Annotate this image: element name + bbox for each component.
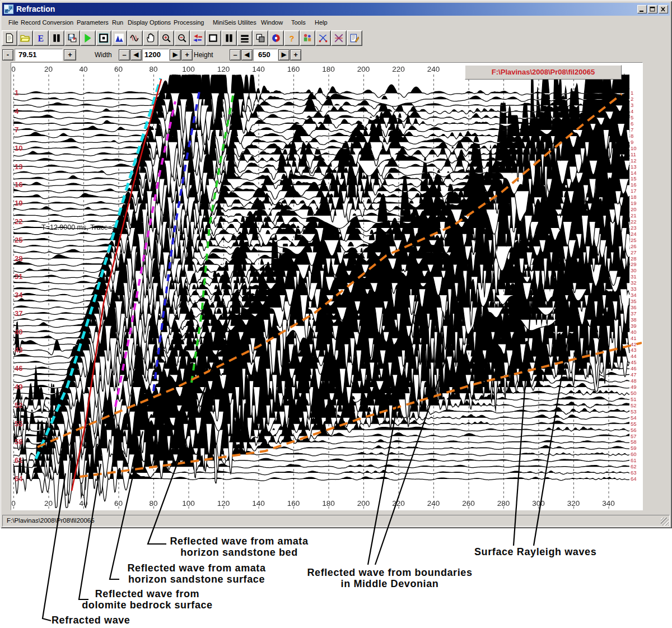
svg-text:E: E xyxy=(38,34,44,43)
svg-text:?: ? xyxy=(290,34,295,43)
